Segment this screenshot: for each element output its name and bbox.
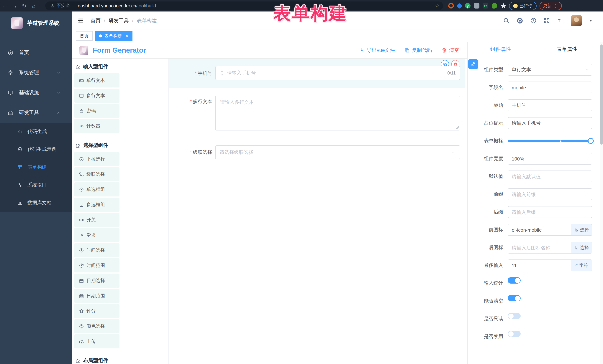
user-menu-caret-icon[interactable]: ▼ [589, 19, 593, 22]
close-tab-icon[interactable]: ✕ [125, 33, 128, 38]
component-chip-counter[interactable]: 123计数器 [74, 119, 119, 133]
component-chip-switch[interactable]: 开关 [74, 213, 119, 227]
component-chip-cascader[interactable]: 级联选择 [74, 167, 119, 181]
form-grid-slider[interactable] [508, 135, 592, 147]
default-value-input[interactable] [508, 170, 592, 182]
clear-button[interactable]: 清空 [441, 47, 459, 54]
fullscreen-icon[interactable] [544, 17, 550, 24]
extension-icon[interactable] [500, 3, 506, 9]
sidebar-item-system[interactable]: 系统管理 [0, 63, 72, 83]
page-tab-home[interactable]: 首页 [76, 31, 93, 41]
sidebar-item-codegen[interactable]: 代码生成 [0, 123, 72, 141]
placeholder-input[interactable] [508, 117, 592, 129]
multiline-textarea[interactable]: 请输入多行文本 [215, 96, 460, 131]
component-chip-slider[interactable]: 滑块 [74, 228, 119, 242]
slider-track[interactable] [508, 140, 591, 142]
circle-chevron-icon [79, 157, 84, 161]
extension-icon[interactable] [448, 3, 454, 9]
browser-back-icon[interactable]: ← [0, 3, 10, 9]
word-limit-toggle[interactable] [508, 277, 521, 284]
component-chip-time-range[interactable]: 时间范围 [74, 258, 119, 272]
resize-handle[interactable] [456, 126, 459, 129]
sidebar-item-system-api[interactable]: 系统接口 [0, 176, 72, 194]
export-vue-button[interactable]: 导出vue文件 [359, 47, 395, 54]
component-chip-textarea[interactable]: 多行文本 [74, 88, 119, 103]
slider-icon [79, 232, 84, 237]
field-name-input[interactable] [508, 82, 592, 93]
component-chip-password[interactable]: 密码 [74, 104, 119, 118]
canvas-field-mobile[interactable]: *手机号 请输入手机号 0/11 [169, 59, 464, 88]
mobile-input-placeholder: 请输入手机号 [227, 70, 445, 76]
title-input[interactable] [508, 99, 592, 111]
browser-home-icon[interactable]: ⌂ [29, 3, 39, 9]
extension-icon[interactable]: on [483, 3, 488, 9]
readonly-toggle[interactable] [508, 313, 521, 319]
choose-prefix-icon-button[interactable]: 选择 [571, 224, 592, 236]
disabled-toggle[interactable] [508, 331, 521, 337]
mobile-input[interactable]: 请输入手机号 0/11 [215, 66, 460, 80]
component-chip-radio-group[interactable]: 单选框组 [74, 182, 119, 197]
drawer-toggle-button[interactable] [468, 59, 478, 69]
font-size-icon[interactable]: TT [557, 17, 564, 24]
sidebar-item-codegen-demo[interactable]: 代码生成示例 [0, 141, 72, 158]
search-icon[interactable] [503, 17, 510, 24]
scrollbar-track[interactable] [600, 42, 603, 364]
sidebar-item-devtools[interactable]: 研发工具 [0, 103, 72, 123]
extension-icon[interactable] [492, 3, 497, 9]
breadcrumb-home[interactable]: 首页 [91, 17, 101, 24]
browser-forward-icon[interactable]: → [10, 3, 19, 9]
tab-component-props[interactable]: 组件属性 [468, 42, 534, 56]
breadcrumb-section[interactable]: 研发工具 [109, 17, 129, 24]
extension-paused-badge[interactable]: 已暂停 [509, 2, 536, 10]
browser-update-button[interactable]: 更新 ⋮ [539, 2, 562, 10]
copy-code-button[interactable]: 复制代码 [405, 47, 432, 54]
bookmark-star-icon[interactable]: ☆ [435, 3, 439, 9]
component-chip-date-picker[interactable]: 日期选择 [74, 274, 119, 288]
component-chip-select[interactable]: 下拉选择 [74, 152, 119, 166]
max-length-input[interactable] [508, 259, 571, 271]
canvas-field-cascader[interactable]: *级联选择 请选择级联选择 [169, 142, 464, 165]
url-bar[interactable]: ⚠ 不安全 dashboard.yudao.iocoder.cn /tool/b… [45, 1, 443, 10]
generator-header: Form Generator 导出vue文件 复制代码 清空 [72, 42, 467, 59]
user-avatar[interactable] [571, 15, 582, 26]
chevron-down-icon [57, 91, 61, 95]
sidebar-item-home[interactable]: 首页 [0, 43, 72, 63]
component-chip-time-picker[interactable]: 时间选择 [74, 243, 119, 257]
component-chip-rate[interactable]: 评分 [74, 304, 119, 318]
choose-suffix-icon-button[interactable]: 选择 [571, 242, 592, 254]
component-width-input[interactable] [508, 153, 592, 165]
app-logo-row[interactable]: 芋道管理系统 [0, 11, 72, 31]
switch-icon [79, 217, 84, 222]
sidebar-item-db-doc[interactable]: 数据库文档 [0, 194, 72, 212]
component-chip-color-picker[interactable]: 颜色选择 [74, 319, 119, 333]
prop-row-form-grid: 表单栅格 [471, 135, 592, 147]
hamburger-icon[interactable] [78, 17, 84, 24]
suffix-input[interactable] [508, 206, 592, 218]
slider-handle[interactable] [588, 138, 594, 144]
extension-icon[interactable] [456, 3, 463, 9]
scrollbar-thumb[interactable] [600, 44, 603, 144]
cascader-select[interactable]: 请选择级联选择 [215, 145, 460, 159]
suffix-icon-input[interactable] [508, 242, 571, 254]
browser-menu-icon[interactable]: ⋮ [554, 3, 558, 8]
security-label[interactable]: 不安全 [57, 3, 70, 9]
clearable-toggle[interactable] [508, 295, 521, 301]
sidebar-item-form-builder[interactable]: 表单构建 [0, 158, 72, 176]
browser-refresh-icon[interactable]: ↻ [19, 2, 29, 9]
component-chip-checkbox-group[interactable]: 多选框组 [74, 198, 119, 212]
prefix-icon-input[interactable] [508, 224, 571, 236]
calendar-range-icon [79, 293, 84, 298]
sidebar-item-infra[interactable]: 基础设施 [0, 83, 72, 103]
extension-icon[interactable] [474, 3, 479, 9]
page-tab-form-builder[interactable]: 表单构建 ✕ [95, 31, 132, 41]
help-icon[interactable] [530, 17, 537, 24]
tab-form-props[interactable]: 表单属性 [534, 42, 600, 56]
canvas-field-textarea[interactable]: *多行文本 请输入多行文本 [169, 93, 464, 133]
component-chip-upload[interactable]: 上传 [74, 334, 119, 348]
extension-icon[interactable]: y [465, 3, 471, 9]
component-chip-single-text[interactable]: 单行文本 [74, 73, 119, 88]
component-chip-date-range[interactable]: 日期范围 [74, 289, 119, 303]
github-icon[interactable] [517, 17, 523, 24]
component-type-select[interactable] [508, 64, 592, 76]
prefix-input[interactable] [508, 188, 592, 200]
